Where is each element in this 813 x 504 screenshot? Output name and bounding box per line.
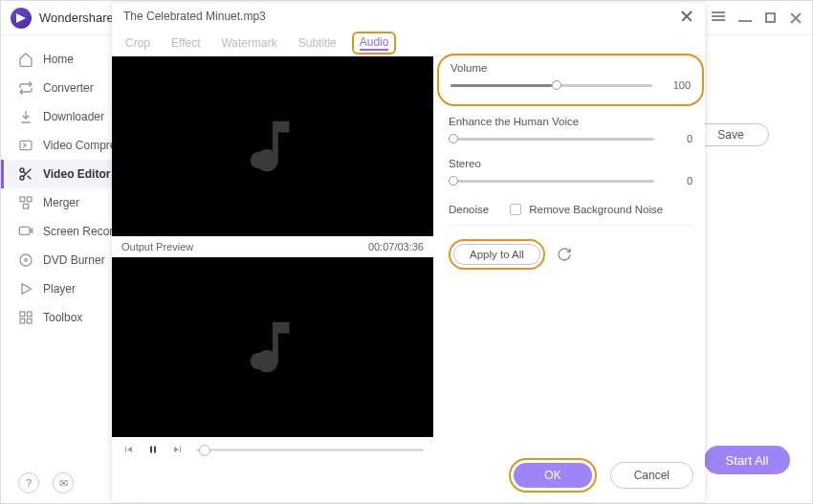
start-all-button[interactable]: Start All [704,446,790,474]
svg-rect-6 [19,227,30,234]
denoise-label: Denoise [449,204,489,215]
record-icon [18,224,33,239]
separator [449,225,692,226]
svg-rect-13 [27,318,32,323]
svg-point-7 [20,254,32,266]
svg-rect-17 [154,447,156,453]
svg-rect-10 [20,312,25,317]
svg-rect-5 [23,204,28,208]
svg-rect-12 [20,318,25,323]
home-icon [18,52,33,67]
svg-rect-3 [20,197,25,202]
tab-watermark[interactable]: Watermark [221,30,276,55]
enhance-label: Enhance the Human Voice [449,116,692,127]
svg-point-15 [251,353,268,370]
sidebar-label: Converter [43,81,94,95]
enhance-slider[interactable] [449,138,654,141]
dialog-title: The Celebrated Minuet.mp3 [123,10,680,23]
app-logo-icon [11,8,32,29]
reset-icon[interactable] [557,247,572,262]
denoise-checkbox-label: Remove Background Noise [529,204,663,215]
svg-rect-4 [27,197,32,202]
highlight-ok: OK [509,458,596,493]
sidebar-label: Downloader [43,110,104,123]
highlight-apply-all: Apply to All [449,239,545,270]
menu-icon[interactable] [712,11,725,25]
output-preview-label: Output Preview [121,241,193,252]
svg-point-1 [20,168,24,172]
output-preview [112,257,433,437]
sidebar-label: Home [43,53,74,66]
svg-point-8 [25,259,28,262]
apply-to-all-button[interactable]: Apply to All [453,244,540,265]
sidebar-label: Player [43,282,76,296]
volume-label: Volume [450,62,691,74]
svg-marker-9 [22,284,31,295]
sidebar-label: Video Editor [43,167,110,181]
compress-icon [18,138,33,153]
merge-icon [18,195,33,210]
stereo-label: Stereo [449,158,692,169]
tab-crop[interactable]: Crop [125,30,150,55]
svg-rect-11 [27,312,32,317]
download-icon [18,109,33,124]
enhance-value: 0 [666,133,692,144]
tab-audio[interactable]: Audio [360,35,389,51]
highlight-audio-tab: Audio [352,32,397,55]
ok-button[interactable]: OK [514,463,591,488]
seek-slider[interactable] [196,449,424,451]
svg-rect-16 [150,447,152,453]
volume-value: 100 [664,79,691,91]
stereo-slider[interactable] [449,180,654,183]
play-icon [18,281,33,296]
preview-time: 00:07/03:36 [368,241,424,252]
next-button[interactable] [171,443,185,456]
stereo-value: 0 [666,175,692,186]
music-note-icon [239,314,306,381]
tab-subtitle[interactable]: Subtitle [298,30,337,55]
sidebar-label: DVD Burner [43,253,105,267]
volume-slider[interactable] [450,84,652,87]
prev-button[interactable] [121,443,135,456]
window-close-button[interactable] [789,11,802,25]
sidebar-label: Merger [43,196,79,209]
dialog-close-button[interactable] [680,10,693,23]
music-note-icon [239,113,306,180]
maximize-button[interactable] [765,12,776,23]
converter-icon [18,80,33,96]
audio-editor-dialog: The Celebrated Minuet.mp3 Crop Effect Wa… [112,3,705,502]
source-preview [112,56,433,236]
highlight-volume: Volume 100 [437,54,704,106]
svg-point-2 [20,176,24,180]
disc-icon [18,252,33,268]
denoise-checkbox[interactable] [510,204,521,215]
minimize-button[interactable] [738,14,752,22]
cancel-button[interactable]: Cancel [610,462,693,489]
sidebar-label: Toolbox [43,311,82,324]
svg-point-14 [251,152,268,169]
grid-icon [18,310,33,325]
feedback-icon[interactable]: ✉ [53,472,74,493]
help-icon[interactable]: ? [18,472,39,493]
pause-button[interactable] [146,443,160,456]
tab-effect[interactable]: Effect [171,30,200,55]
editor-tabs: Crop Effect Watermark Subtitle Audio [112,30,705,56]
scissors-icon [18,166,33,182]
